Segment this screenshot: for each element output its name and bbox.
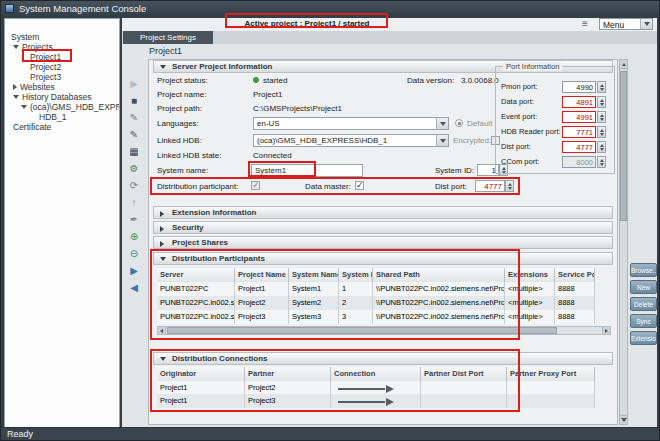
pmon-port-spinner[interactable] [597,81,606,93]
hdb-reader-port-spinner[interactable] [597,126,606,138]
data-port-spinner[interactable] [597,96,606,108]
remove-icon[interactable]: ⊖ [122,246,146,261]
chevron-down-icon [640,19,652,29]
project-toolbar: ▶ ■ ✎ ✎ ▦ ⚙ ⟳ ↑ ✒ ⊕ ⊖ ▶ ◀ [122,58,146,428]
section-extension-information[interactable]: Extension Information [153,206,613,219]
scroll-down-icon[interactable] [620,415,627,424]
section-distribution-participants[interactable]: Distribution Participants [153,252,613,265]
extensions-button[interactable]: Extensions [630,331,657,345]
dist-port-spinner[interactable] [597,141,606,153]
cell-extensions[interactable]: <multiple> [505,310,555,324]
tree-item-label: HDB_1 [39,112,66,122]
participants-horizontal-scrollbar[interactable] [157,326,611,335]
connections-row-2[interactable]: Project1 Project3 [157,394,595,408]
sync-button[interactable]: Sync [630,314,657,328]
data-port-label: Data port: [501,97,534,106]
tree-item-websites[interactable]: Websites [5,82,119,92]
col-system-name-header[interactable]: System Name [289,268,339,282]
tree-item-system[interactable]: System [5,32,119,42]
col-system-id-header[interactable]: System ID [339,268,373,282]
col-extensions-header[interactable]: Extensions [505,268,555,282]
system-name-input[interactable]: System1 [251,164,363,177]
scroll-right-icon[interactable] [602,327,610,334]
col-shared-path-header[interactable]: Shared Path [373,268,505,282]
participants-row-1[interactable]: PUNBT022PC Project1 System1 1 \\PUNBT022… [157,282,595,296]
distribution-participant-checkbox[interactable] [251,181,260,190]
scroll-left-icon[interactable] [158,327,166,334]
menu-dropdown[interactable]: Menu [599,18,653,30]
browse-button[interactable]: Browse... [630,263,657,277]
play-icon[interactable]: ▶ [122,76,146,91]
dist-port-spinner[interactable] [505,180,514,192]
tree-item-certificate[interactable]: Certificate [5,122,119,132]
default-radio[interactable] [455,119,463,127]
main-area: Active project : Project1 / started ≡ Me… [122,18,657,428]
tree-item-projects[interactable]: Projects [5,42,119,52]
col-connection-header[interactable]: Connection [331,367,421,381]
section-security[interactable]: Security [153,221,613,234]
col-partner-header[interactable]: Partner [245,367,331,381]
section-project-shares[interactable]: Project Shares [153,236,613,249]
settings-icon[interactable]: ⚙ [122,161,146,176]
dist-port-input[interactable]: 4777 [475,180,505,192]
connection-arrow-icon [338,398,394,406]
new-button[interactable]: New [630,280,657,294]
section-distribution-connections[interactable]: Distribution Connections [153,352,613,365]
participants-row-3[interactable]: PUNBT022PC.in002.siemens.net Project3 Sy… [157,310,595,324]
scrollbar-thumb[interactable] [620,71,627,221]
data-port-input[interactable]: 4891 [562,96,596,108]
cell-service-port: 8888 [555,310,595,324]
tree-item-label: Projects [22,42,53,52]
cell-server: PUNBT022PC [157,282,235,296]
tree-item-history-databases[interactable]: History Databases [5,92,119,102]
tree-item-hdb-1[interactable]: HDB_1 [5,112,119,122]
tree-item-project3[interactable]: Project3 [5,72,119,82]
pen-icon[interactable]: ✎ [122,127,146,142]
col-service-port-header[interactable]: Service Port [555,268,595,282]
cell-extensions[interactable]: <multiple> [505,282,555,296]
event-port-spinner[interactable] [597,111,606,123]
collapse-icon [160,65,166,69]
event-port-input[interactable]: 4991 [562,111,596,123]
col-partner-dist-port-header[interactable]: Partner Dist Port [421,367,507,381]
tree-item-gms-hdb-express[interactable]: (oca)\GMS_HDB_EXPRESS [5,102,119,112]
edit-icon[interactable]: ✎ [122,110,146,125]
participants-row-2[interactable]: PUNBT022PC.in002.siemens.net Project2 Sy… [157,296,595,310]
languages-value: en-US [257,119,280,128]
expander-icon[interactable] [13,95,19,99]
hdb-reader-port-input[interactable]: 7771 [562,126,596,138]
pmon-port-input[interactable]: 4990 [562,81,596,93]
ccom-port-input: 8000 [562,156,596,168]
add-icon[interactable]: ⊕ [122,229,146,244]
port-row: CCom port: 8000 [496,156,614,168]
col-server-header[interactable]: Server [157,268,235,282]
tree-item-project1[interactable]: Project1 [5,52,119,62]
col-project-name-header[interactable]: Project Name [235,268,289,282]
stop-icon[interactable]: ■ [122,93,146,108]
scrollbar-thumb[interactable] [167,327,557,334]
expander-icon[interactable] [13,45,19,49]
delete-button[interactable]: Delete [630,297,657,311]
vertical-scrollbar[interactable] [619,59,628,425]
expander-icon[interactable] [21,105,27,109]
dist-port-input[interactable]: 4777 [562,141,596,153]
sign-icon[interactable]: ✒ [122,212,146,227]
upload-icon[interactable]: ↑ [122,195,146,210]
scroll-up-icon[interactable] [620,60,627,69]
languages-dropdown[interactable]: en-US [253,117,449,130]
col-partner-proxy-port-header[interactable]: Partner Proxy Port [507,367,595,381]
forward-icon[interactable]: ▶ [122,263,146,278]
tab-project-settings[interactable]: Project Settings [123,31,213,44]
tree-item-project2[interactable]: Project2 [5,62,119,72]
connections-row-1[interactable]: Project1 Project2 [157,381,595,395]
back-icon[interactable]: ◀ [122,280,146,295]
refresh-icon[interactable]: ⟳ [122,178,146,193]
expander-icon[interactable] [13,84,17,90]
cell-extensions[interactable]: <multiple> [505,296,555,310]
col-originator-header[interactable]: Originator [157,367,245,381]
data-master-checkbox[interactable] [355,181,364,190]
menu-icon[interactable]: ≡ [582,18,588,30]
linked-hdb-dropdown[interactable]: (oca)\GMS_HDB_EXPRESS\HDB_1 [253,134,449,147]
hdb-reader-port-label: HDB Reader port: [501,127,561,136]
save-icon[interactable]: ▦ [122,144,146,159]
